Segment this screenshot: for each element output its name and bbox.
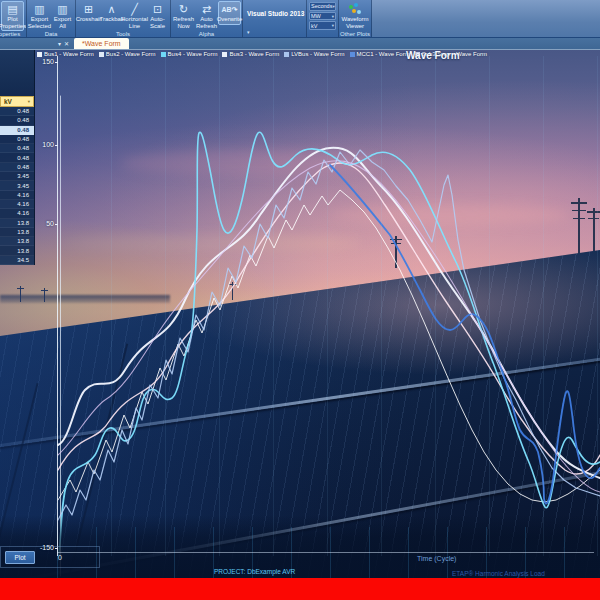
auto-refresh-button[interactable]: ⇄ Auto Refresh bbox=[195, 1, 218, 31]
unit-combos: Seconds ▾ MW ▾ kV ▾ bbox=[307, 0, 339, 37]
chevron-down-icon: ▾ bbox=[332, 23, 334, 28]
export-selected-button[interactable]: ▥ Export Selected bbox=[28, 1, 51, 31]
auto-refresh-icon: ⇄ bbox=[202, 3, 211, 16]
ribbon-empty-area bbox=[372, 0, 600, 37]
plot-button[interactable]: Plot bbox=[5, 551, 35, 564]
chevron-down-icon: ▾ bbox=[332, 14, 334, 19]
tab-wave-form[interactable]: *Wave Form bbox=[74, 38, 129, 49]
bottom-red-bar bbox=[0, 578, 600, 600]
voltage-row[interactable]: 13.8 bbox=[0, 228, 34, 237]
export-selected-icon: ▥ bbox=[34, 3, 44, 16]
voltage-row[interactable]: 0.48 bbox=[0, 135, 34, 144]
export-all-icon: ▥ bbox=[57, 3, 67, 16]
ribbon-group-other-plots: Waveform Viewer Other Plots bbox=[339, 0, 372, 37]
app-label: ETAP® Harmonic Analysis Load bbox=[452, 570, 545, 577]
waveform-lvbus bbox=[58, 150, 600, 520]
overwrite-button[interactable]: AB↷ Overwrite bbox=[218, 1, 241, 25]
ribbon-group-tools: ⊞ Crosshair ∧ Trackball ╱ Horizontal Lin… bbox=[76, 0, 171, 37]
auto-scale-icon: ⊡ bbox=[153, 3, 162, 16]
voltage-row[interactable]: 3.45 bbox=[0, 172, 34, 181]
voltage-unit-header[interactable]: kV ▾ bbox=[0, 96, 34, 107]
voltage-row[interactable]: 0.48 bbox=[0, 116, 34, 125]
waveform-viewer-icon bbox=[348, 3, 362, 16]
crosshair-button[interactable]: ⊞ Crosshair bbox=[77, 1, 100, 25]
theme-selector[interactable]: Visual Studio 2013 ▾ ⚙ Theme bbox=[243, 0, 307, 37]
crosshair-icon: ⊞ bbox=[84, 3, 93, 16]
voltage-row[interactable]: 0.48 bbox=[0, 153, 34, 162]
voltage-row[interactable]: 3.45 bbox=[0, 181, 34, 190]
sidebar-top-panel bbox=[0, 50, 34, 96]
trackball-button[interactable]: ∧ Trackball bbox=[100, 1, 123, 25]
pane-close-icon[interactable]: ✕ bbox=[64, 39, 69, 49]
waveform-bus2 bbox=[58, 190, 600, 502]
voltage-row[interactable]: 4.16 bbox=[0, 200, 34, 209]
power-unit-combo[interactable]: MW ▾ bbox=[309, 12, 336, 21]
voltage-row[interactable]: 0.48 bbox=[0, 107, 34, 116]
voltage-row[interactable]: 34.5 bbox=[0, 256, 34, 265]
ribbon-group-data: ▥ Export Selected ▥ Export All Data bbox=[27, 0, 76, 37]
time-unit-combo[interactable]: Seconds ▾ bbox=[309, 2, 336, 11]
refresh-now-button[interactable]: ↻ Refresh Now bbox=[172, 1, 195, 31]
voltage-row[interactable]: 13.8 bbox=[0, 246, 34, 255]
waveform-bus4 bbox=[58, 132, 600, 560]
horizontal-line-button[interactable]: ╱ Horizontal Line bbox=[123, 1, 146, 31]
voltage-row[interactable]: 4.16 bbox=[0, 209, 34, 218]
waveform-viewer-button[interactable]: Waveform Viewer bbox=[340, 1, 370, 31]
theme-value: Visual Studio 2013 bbox=[247, 10, 304, 17]
chevron-down-icon: ▾ bbox=[28, 99, 30, 104]
voltage-row[interactable]: 0.48 bbox=[0, 163, 34, 172]
trackball-icon: ∧ bbox=[107, 3, 115, 16]
auto-scale-button[interactable]: ⊡ Auto-Scale bbox=[146, 1, 169, 31]
voltage-row[interactable]: 0.48 bbox=[0, 144, 34, 153]
horizontal-line-icon: ╱ bbox=[131, 3, 138, 16]
ribbon-group-alpha: ↻ Refresh Now ⇄ Auto Refresh AB↷ Overwri… bbox=[171, 0, 243, 37]
plot-properties-button[interactable]: ▤ Plot Properties bbox=[1, 1, 24, 31]
overwrite-icon: AB↷ bbox=[222, 3, 238, 16]
chevron-down-icon: ▾ bbox=[332, 4, 334, 9]
waveform-sub3swgr bbox=[58, 161, 600, 492]
bottom-plot-pane: Plot bbox=[0, 546, 100, 568]
voltage-row-selected[interactable]: 0.48 bbox=[0, 126, 34, 135]
app-window: 150 100 50 -150 0 Time (Cycle) Bus1 - Wa… bbox=[0, 0, 600, 600]
plot-properties-icon: ▤ bbox=[7, 3, 17, 16]
voltage-sidebar: kV ▾ 0.48 0.48 0.48 0.48 0.48 0.48 0.48 … bbox=[0, 50, 35, 265]
pane-collapse-icon[interactable]: ▾ bbox=[58, 39, 61, 49]
voltage-unit-combo[interactable]: kV ▾ bbox=[309, 21, 336, 30]
waveform-canvas bbox=[0, 0, 600, 600]
ribbon-group-properties: ▤ Plot Properties Properties bbox=[0, 0, 27, 37]
voltage-row[interactable]: 13.8 bbox=[0, 219, 34, 228]
chevron-down-icon: ▾ bbox=[247, 29, 250, 35]
project-label: PROJECT: DbExample AVR bbox=[214, 568, 295, 575]
voltage-row[interactable]: 4.16 bbox=[0, 191, 34, 200]
refresh-now-icon: ↻ bbox=[179, 3, 188, 16]
voltage-row[interactable]: 13.8 bbox=[0, 237, 34, 246]
ribbon-toolbar: ▤ Plot Properties Properties ▥ Export Se… bbox=[0, 0, 600, 38]
export-all-button[interactable]: ▥ Export All bbox=[51, 1, 74, 31]
document-tab-bar: ▾ ✕ *Wave Form bbox=[0, 38, 600, 50]
